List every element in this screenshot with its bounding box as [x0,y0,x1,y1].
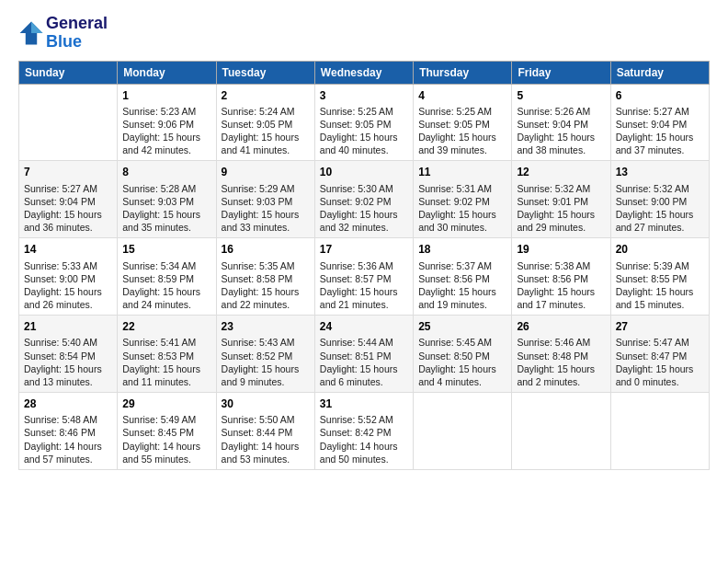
calendar-cell: 27Sunrise: 5:47 AMSunset: 8:47 PMDayligh… [610,316,709,393]
calendar-cell: 10Sunrise: 5:30 AMSunset: 9:02 PMDayligh… [314,161,413,238]
cell-line: Sunrise: 5:28 AM [122,182,210,195]
calendar-cell: 12Sunrise: 5:32 AMSunset: 9:01 PMDayligh… [512,161,610,238]
day-number: 1 [122,88,210,103]
cell-line: and 26 minutes. [24,298,112,311]
cell-line: Sunrise: 5:25 AM [418,105,506,118]
cell-line: Sunrise: 5:27 AM [24,182,112,195]
day-number: 22 [122,319,210,334]
cell-line: Sunset: 9:03 PM [222,195,310,208]
header-cell-saturday: Saturday [610,61,709,84]
calendar-cell: 16Sunrise: 5:35 AMSunset: 8:58 PMDayligh… [216,238,314,316]
calendar-cell: 4Sunrise: 5:25 AMSunset: 9:05 PMDaylight… [414,84,512,161]
cell-line: Sunset: 8:53 PM [122,350,210,362]
cell-line: Sunset: 8:45 PM [122,426,210,439]
cell-line: Sunset: 8:47 PM [616,350,704,362]
calendar-cell: 31Sunrise: 5:52 AMSunset: 8:42 PMDayligh… [314,393,413,470]
cell-line: Sunset: 8:54 PM [24,350,112,362]
cell-line: Sunrise: 5:33 AM [24,259,112,272]
cell-line: and 19 minutes. [418,298,506,311]
calendar-cell [512,393,610,470]
cell-line: Sunrise: 5:25 AM [320,105,408,118]
cell-line: and 27 minutes. [616,221,704,234]
cell-line: Sunrise: 5:39 AM [616,259,704,272]
header-row: SundayMondayTuesdayWednesdayThursdayFrid… [19,61,710,84]
cell-line: and 42 minutes. [122,144,210,156]
day-number: 20 [616,242,704,257]
cell-line: and 32 minutes. [320,221,408,234]
cell-line: Sunset: 9:00 PM [24,272,112,285]
cell-line: Sunset: 8:58 PM [222,272,310,285]
header-cell-friday: Friday [512,61,610,84]
cell-line: Sunrise: 5:30 AM [320,182,408,195]
cell-line: Daylight: 15 hours [320,285,408,298]
day-number: 3 [320,88,408,103]
calendar-cell: 18Sunrise: 5:37 AMSunset: 8:56 PMDayligh… [414,238,512,316]
cell-line: Daylight: 15 hours [122,208,210,221]
day-number: 12 [517,165,605,179]
cell-line: Daylight: 15 hours [222,208,310,221]
day-number: 29 [122,396,210,411]
cell-line: Sunrise: 5:27 AM [616,105,704,118]
cell-line: and 50 minutes. [320,453,408,465]
cell-line: Sunset: 9:05 PM [320,118,408,131]
cell-line: Sunset: 9:04 PM [616,118,704,131]
calendar-cell [19,84,118,161]
cell-line: Sunrise: 5:45 AM [418,336,506,349]
header-cell-tuesday: Tuesday [216,61,314,84]
day-number: 31 [320,396,408,411]
cell-line: Daylight: 15 hours [24,285,112,298]
cell-line: and 6 minutes. [320,375,408,388]
cell-line: Sunset: 8:52 PM [222,350,310,362]
day-number: 16 [222,242,310,257]
day-number: 9 [222,165,310,179]
week-row-3: 14Sunrise: 5:33 AMSunset: 9:00 PMDayligh… [19,238,710,316]
cell-line: Sunrise: 5:49 AM [122,413,210,426]
calendar-cell [414,393,512,470]
week-row-4: 21Sunrise: 5:40 AMSunset: 8:54 PMDayligh… [19,316,710,393]
day-number: 8 [122,165,210,179]
calendar-cell: 3Sunrise: 5:25 AMSunset: 9:05 PMDaylight… [314,84,413,161]
cell-line: Daylight: 14 hours [222,440,310,453]
cell-line: Sunset: 8:56 PM [517,272,605,285]
calendar-cell: 15Sunrise: 5:34 AMSunset: 8:59 PMDayligh… [118,238,216,316]
calendar-cell: 22Sunrise: 5:41 AMSunset: 8:53 PMDayligh… [118,316,216,393]
cell-line: and 38 minutes. [517,144,605,156]
cell-line: Sunset: 9:01 PM [517,195,605,208]
logo-icon [18,20,44,46]
week-row-1: 1Sunrise: 5:23 AMSunset: 9:06 PMDaylight… [19,84,710,161]
calendar-cell [610,393,709,470]
calendar-cell: 28Sunrise: 5:48 AMSunset: 8:46 PMDayligh… [19,393,118,470]
calendar-cell: 23Sunrise: 5:43 AMSunset: 8:52 PMDayligh… [216,316,314,393]
day-number: 23 [222,319,310,334]
header-cell-monday: Monday [118,61,216,84]
cell-line: Sunset: 8:51 PM [320,350,408,362]
cell-line: and 35 minutes. [122,221,210,234]
cell-line: Sunrise: 5:31 AM [418,182,506,195]
cell-line: Sunrise: 5:43 AM [222,336,310,349]
cell-line: Sunrise: 5:23 AM [122,105,210,118]
cell-line: Daylight: 15 hours [24,208,112,221]
day-number: 18 [418,242,506,257]
cell-line: Daylight: 14 hours [320,440,408,453]
cell-line: Daylight: 14 hours [122,440,210,453]
calendar-cell: 2Sunrise: 5:24 AMSunset: 9:05 PMDaylight… [216,84,314,161]
cell-line: and 21 minutes. [320,298,408,311]
cell-line: Sunrise: 5:37 AM [418,259,506,272]
calendar-cell: 21Sunrise: 5:40 AMSunset: 8:54 PMDayligh… [19,316,118,393]
cell-line: Sunset: 8:46 PM [24,426,112,439]
cell-line: and 2 minutes. [517,375,605,388]
cell-line: Daylight: 15 hours [418,362,506,375]
cell-line: Sunset: 9:02 PM [320,195,408,208]
cell-line: Daylight: 15 hours [517,208,605,221]
calendar-cell: 5Sunrise: 5:26 AMSunset: 9:04 PMDaylight… [512,84,610,161]
cell-line: Sunset: 8:59 PM [122,272,210,285]
cell-line: and 24 minutes. [122,298,210,311]
cell-line: Sunrise: 5:34 AM [122,259,210,272]
cell-line: Sunset: 8:48 PM [517,350,605,362]
calendar-cell: 29Sunrise: 5:49 AMSunset: 8:45 PMDayligh… [118,393,216,470]
cell-line: Sunrise: 5:48 AM [24,413,112,426]
cell-line: and 55 minutes. [122,453,210,465]
cell-line: Daylight: 15 hours [517,362,605,375]
day-number: 13 [616,165,704,179]
calendar-cell: 11Sunrise: 5:31 AMSunset: 9:02 PMDayligh… [414,161,512,238]
